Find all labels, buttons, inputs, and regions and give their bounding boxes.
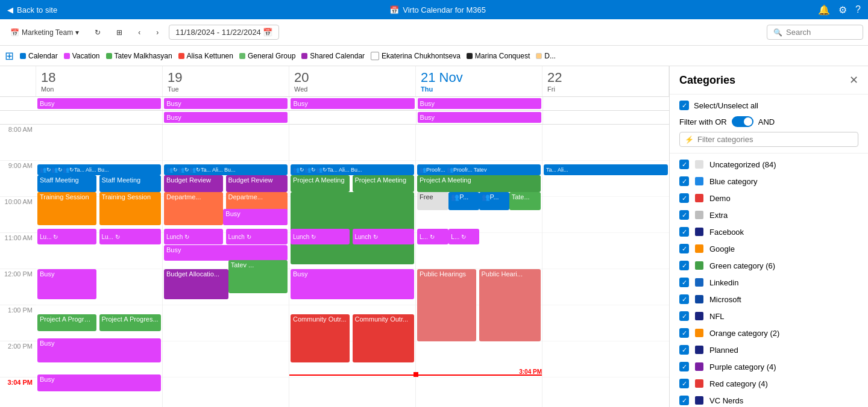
- cat-checkbox-13[interactable]: [679, 379, 689, 388]
- category-item-6[interactable]: Green category (6): [670, 257, 868, 274]
- event-p-thu-1[interactable]: 👥P...: [448, 192, 479, 210]
- cat-checkbox-4[interactable]: [679, 227, 689, 237]
- category-item-4[interactable]: Facebook: [670, 223, 868, 240]
- event-budget-review-tue-1[interactable]: Budget Review: [164, 175, 223, 192]
- category-item-12[interactable]: Purple category (4): [670, 358, 868, 375]
- event-wed-icons[interactable]: 👥↻👥↻👥↻Ta... Ali... Bu...: [291, 164, 414, 175]
- event-busy-mon-3pm[interactable]: Busy: [37, 374, 161, 391]
- event-mon-icons[interactable]: 👥↻👥↻👥↻Ta... Ali... Bu...: [37, 164, 161, 175]
- cat-checkbox-12[interactable]: [679, 362, 689, 371]
- cat-checkbox-9[interactable]: [679, 311, 689, 321]
- chip-calendar[interactable]: Calendar: [20, 52, 58, 60]
- busy-tue-2[interactable]: Busy: [164, 112, 288, 123]
- busy-wed-1[interactable]: Busy: [291, 98, 414, 109]
- chip-general[interactable]: General Group: [239, 52, 295, 60]
- category-item-0[interactable]: Uncategorized (84): [670, 156, 868, 173]
- back-to-site-link[interactable]: ◀ Back to site: [7, 5, 57, 14]
- category-item-13[interactable]: Red category (4): [670, 375, 868, 392]
- event-busy-tue-1130[interactable]: Busy: [164, 245, 288, 261]
- event-community-wed-1[interactable]: Community Outr...: [291, 314, 350, 362]
- busy-tue-1[interactable]: Busy: [164, 98, 288, 109]
- next-button[interactable]: ›: [151, 25, 164, 40]
- event-busy-mon-2pm[interactable]: Busy: [37, 338, 161, 362]
- busy-mon-1[interactable]: Busy: [37, 98, 161, 109]
- date-range-button[interactable]: 11/18/2024 - 11/22/2024 📅: [169, 25, 279, 40]
- panel-close-button[interactable]: ✕: [849, 73, 858, 87]
- select-all-checkbox[interactable]: [679, 101, 689, 110]
- event-public-hearings-thu-1[interactable]: Public Hearings: [417, 269, 476, 341]
- category-item-8[interactable]: Microsoft: [670, 291, 868, 308]
- event-lunch-mon-2[interactable]: Lu... ↻: [99, 229, 162, 244]
- event-lunch-wed-1[interactable]: Lunch ↻: [291, 229, 350, 244]
- cat-checkbox-5[interactable]: [679, 244, 689, 253]
- event-lunch-tue-1[interactable]: Lunch ↻: [164, 229, 223, 244]
- cat-checkbox-3[interactable]: [679, 210, 689, 220]
- cat-checkbox-7[interactable]: [679, 278, 689, 287]
- cat-checkbox-10[interactable]: [679, 328, 689, 338]
- event-project-meeting-thu[interactable]: Project A Meeting: [417, 175, 541, 192]
- event-l-thu-1[interactable]: L... ↻: [417, 229, 448, 244]
- filter-toggle[interactable]: [732, 116, 753, 127]
- event-free-thu[interactable]: Free: [417, 192, 448, 210]
- refresh-button[interactable]: ↻: [89, 25, 106, 40]
- cat-checkbox-11[interactable]: [679, 345, 689, 355]
- event-thu-icons[interactable]: 👥Proofr... 👥Proofr... Tatev: [417, 164, 541, 175]
- event-training-mon-1[interactable]: Training Session: [37, 192, 96, 225]
- event-lunch-tue-2[interactable]: Lunch ↻: [226, 229, 288, 244]
- event-staff-meeting-mon-2[interactable]: Staff Meeting: [99, 175, 162, 192]
- event-fri-icons[interactable]: Ta... Ali...: [544, 164, 668, 175]
- cat-checkbox-1[interactable]: [679, 176, 689, 186]
- category-item-9[interactable]: NFL: [670, 308, 868, 325]
- cat-checkbox-2[interactable]: [679, 193, 689, 203]
- calendar-picker-button[interactable]: 📅 Marketing Team ▾: [5, 25, 84, 40]
- help-icon[interactable]: ?: [855, 4, 861, 15]
- cat-checkbox-0[interactable]: [679, 160, 689, 169]
- event-budget-alloc-tue[interactable]: Budget Allocatio...: [164, 269, 228, 299]
- category-item-1[interactable]: Blue category: [670, 173, 868, 190]
- bell-icon[interactable]: 🔔: [818, 4, 830, 16]
- event-l-thu-2[interactable]: L... ↻: [448, 229, 479, 244]
- cat-checkbox-14[interactable]: [679, 396, 689, 405]
- event-tate-thu[interactable]: Tate...: [509, 192, 541, 210]
- event-lunch-mon-1[interactable]: Lu... ↻: [37, 229, 96, 244]
- gear-icon[interactable]: ⚙: [838, 4, 847, 16]
- event-busy-mon-12[interactable]: Busy: [37, 269, 96, 299]
- category-item-11[interactable]: Planned: [670, 341, 868, 358]
- category-item-10[interactable]: Orange category (2): [670, 325, 868, 341]
- category-item-7[interactable]: Linkedin: [670, 274, 868, 291]
- chip-tatev[interactable]: Tatev Malkhasyan: [106, 52, 172, 60]
- event-p-thu-2[interactable]: 👥P...: [479, 192, 509, 210]
- prev-button[interactable]: ‹: [133, 25, 146, 40]
- event-budget-review-tue-2[interactable]: Budget Review: [226, 175, 288, 192]
- category-item-14[interactable]: VC Nerds: [670, 392, 868, 407]
- event-community-wed-2[interactable]: Community Outr...: [353, 314, 415, 362]
- search-box[interactable]: 🔍: [767, 25, 863, 40]
- cat-checkbox-8[interactable]: [679, 294, 689, 304]
- category-item-2[interactable]: Demo: [670, 190, 868, 207]
- event-busy-wed-12[interactable]: Busy: [291, 269, 414, 299]
- event-staff-meeting-mon-1[interactable]: Staff Meeting: [37, 175, 96, 192]
- event-project-mon-2[interactable]: Project A Progres...: [99, 314, 162, 331]
- chip-marina[interactable]: Marina Conquest: [467, 52, 530, 60]
- event-training-mon-2[interactable]: Training Session: [99, 192, 162, 225]
- event-project-meeting-wed-1[interactable]: Project A Meeting: [291, 175, 350, 192]
- select-all-label[interactable]: Select/Unselect all: [694, 101, 758, 110]
- chip-shared[interactable]: Shared Calendar: [301, 52, 365, 60]
- event-public-hearings-thu-2[interactable]: Public Heari...: [479, 269, 541, 341]
- filter-categories-input[interactable]: [697, 135, 853, 144]
- event-lunch-wed-2[interactable]: Lunch ↻: [353, 229, 415, 244]
- event-green-wed[interactable]: [291, 192, 414, 264]
- event-budget-alloc-tue-2[interactable]: Budget Allocatio...: [223, 269, 228, 299]
- event-project-mon[interactable]: Project A Progres...: [37, 314, 96, 331]
- busy-thu-1[interactable]: Busy: [418, 98, 541, 109]
- chip-ekaterina[interactable]: Ekaterina Chukhontseva: [371, 52, 461, 60]
- category-item-3[interactable]: Extra: [670, 207, 868, 223]
- event-tatev-tue[interactable]: Tatev ...: [228, 260, 288, 293]
- event-project-meeting-wed-2[interactable]: Project A Meeting: [353, 175, 415, 192]
- chip-more[interactable]: D...: [536, 52, 556, 60]
- chip-vacation[interactable]: Vacation: [64, 52, 100, 60]
- view-toggle-button[interactable]: ⊞: [111, 25, 128, 40]
- event-tue-icons[interactable]: 👥↻👥↻👥↻Ta... Ali... Bu...: [164, 164, 288, 175]
- event-dept-tue-1[interactable]: Departme...: [164, 192, 223, 225]
- chip-alisa[interactable]: Alisa Kettunen: [178, 52, 233, 60]
